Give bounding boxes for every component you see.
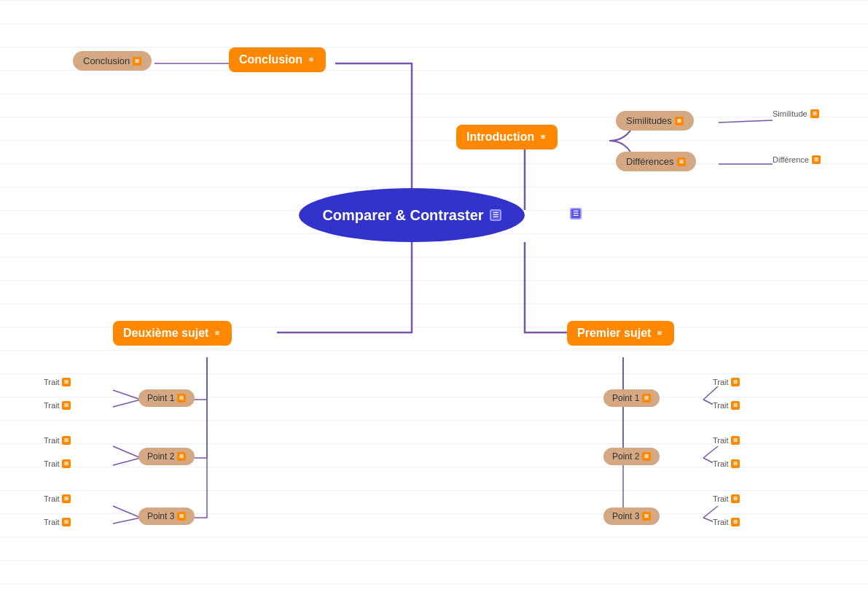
- left-point1-node[interactable]: Point 1 ⊞: [138, 389, 195, 407]
- difference-small-label: Différence: [773, 155, 809, 164]
- left-trait2b-icon[interactable]: ⊞: [62, 459, 71, 468]
- conclusion-small-label: Conclusion: [83, 55, 130, 66]
- similitude-small-icon[interactable]: ⊞: [810, 109, 819, 118]
- differences-label: Différences: [626, 156, 674, 167]
- right-point1-icon[interactable]: ⊞: [642, 394, 651, 402]
- right-trait3a-label: Trait: [713, 494, 729, 503]
- left-trait2a-icon[interactable]: ⊞: [62, 436, 71, 445]
- left-trait2b-node[interactable]: Trait ⊞: [44, 459, 71, 468]
- central-node[interactable]: Comparer & Contraster ☰: [299, 188, 525, 242]
- deuxieme-sujet-icon[interactable]: ⊞: [213, 329, 222, 338]
- premier-sujet-node[interactable]: Premier sujet ⊞: [567, 321, 674, 346]
- left-point3-node[interactable]: Point 3 ⊞: [138, 508, 195, 525]
- left-trait3a-node[interactable]: Trait ⊞: [44, 494, 71, 503]
- right-point3-icon[interactable]: ⊞: [642, 512, 651, 521]
- right-trait3a-node[interactable]: Trait ⊞: [713, 494, 740, 503]
- left-trait2a-label: Trait: [44, 436, 60, 445]
- right-trait1a-label: Trait: [713, 378, 729, 386]
- similitude-small-label: Similitude: [773, 109, 808, 118]
- similitude-small-node[interactable]: Similitude ⊞: [773, 109, 819, 118]
- left-trait2a-node[interactable]: Trait ⊞: [44, 436, 71, 445]
- right-trait2b-icon[interactable]: ⊞: [731, 459, 740, 468]
- deuxieme-sujet-node[interactable]: Deuxième sujet ⊞: [113, 321, 232, 346]
- left-point1-label: Point 1: [147, 393, 174, 403]
- left-trait1a-icon[interactable]: ⊞: [62, 378, 71, 386]
- similitudes-label: Similitudes: [626, 115, 672, 126]
- introduction-node[interactable]: Introduction ⊞: [456, 125, 558, 149]
- introduction-icon[interactable]: ⊞: [539, 133, 547, 141]
- left-trait3b-node[interactable]: Trait ⊞: [44, 518, 71, 526]
- right-trait2a-icon[interactable]: ⊞: [731, 436, 740, 445]
- right-trait3b-node[interactable]: Trait ⊞: [713, 518, 740, 526]
- difference-small-icon[interactable]: ⊞: [812, 155, 821, 164]
- differences-node[interactable]: Différences ⊞: [616, 152, 696, 171]
- deuxieme-sujet-label: Deuxième sujet: [123, 327, 208, 340]
- left-trait3a-label: Trait: [44, 494, 60, 503]
- similitudes-icon[interactable]: ⊞: [675, 117, 684, 125]
- conclusion-main-label: Conclusion: [239, 53, 302, 66]
- right-trait1a-icon[interactable]: ⊞: [731, 378, 740, 386]
- right-point2-label: Point 2: [612, 451, 639, 462]
- right-trait1b-node[interactable]: Trait ⊞: [713, 401, 740, 410]
- right-trait3a-icon[interactable]: ⊞: [731, 494, 740, 503]
- mindmap-canvas: Comparer & Contraster ☰ Conclusion ⊞ Con…: [0, 0, 868, 595]
- left-point3-label: Point 3: [147, 511, 174, 521]
- left-point2-label: Point 2: [147, 451, 174, 462]
- left-point2-node[interactable]: Point 2 ⊞: [138, 448, 195, 465]
- left-trait1b-label: Trait: [44, 401, 60, 410]
- difference-small-node[interactable]: Différence ⊞: [773, 155, 821, 164]
- right-trait3b-icon[interactable]: ⊞: [731, 518, 740, 526]
- left-trait1a-label: Trait: [44, 378, 60, 386]
- left-trait3b-label: Trait: [44, 518, 60, 526]
- right-trait3b-label: Trait: [713, 518, 729, 526]
- right-point1-label: Point 1: [612, 393, 639, 403]
- left-trait1a-node[interactable]: Trait ⊞: [44, 378, 71, 386]
- premier-sujet-label: Premier sujet: [577, 327, 651, 340]
- right-trait1b-label: Trait: [713, 401, 729, 410]
- left-trait3b-icon[interactable]: ⊞: [62, 518, 71, 526]
- right-trait2a-label: Trait: [713, 436, 729, 445]
- introduction-label: Introduction: [466, 131, 534, 144]
- central-icon[interactable]: ☰: [490, 209, 501, 221]
- central-node-icon[interactable]: ☰: [570, 206, 582, 219]
- right-trait2b-label: Trait: [713, 459, 729, 468]
- right-trait1b-icon[interactable]: ⊞: [731, 401, 740, 410]
- right-trait2a-node[interactable]: Trait ⊞: [713, 436, 740, 445]
- right-trait1a-node[interactable]: Trait ⊞: [713, 378, 740, 386]
- right-point3-label: Point 3: [612, 511, 639, 521]
- right-point2-node[interactable]: Point 2 ⊞: [603, 448, 660, 465]
- conclusion-small-node[interactable]: Conclusion ⊞: [73, 51, 152, 71]
- right-point2-icon[interactable]: ⊞: [642, 452, 651, 461]
- left-trait1b-icon[interactable]: ⊞: [62, 401, 71, 410]
- right-trait2b-node[interactable]: Trait ⊞: [713, 459, 740, 468]
- right-point3-node[interactable]: Point 3 ⊞: [603, 508, 660, 525]
- conclusion-main-icon[interactable]: ⊞: [307, 55, 316, 64]
- connections-svg: [0, 0, 868, 595]
- left-trait1b-node[interactable]: Trait ⊞: [44, 401, 71, 410]
- similitudes-node[interactable]: Similitudes ⊞: [616, 111, 694, 131]
- right-point1-node[interactable]: Point 1 ⊞: [603, 389, 660, 407]
- premier-sujet-icon[interactable]: ⊞: [655, 329, 664, 338]
- conclusion-main-node[interactable]: Conclusion ⊞: [229, 47, 326, 72]
- differences-icon[interactable]: ⊞: [677, 158, 686, 166]
- left-point1-icon[interactable]: ⊞: [177, 394, 186, 402]
- left-trait2b-label: Trait: [44, 459, 60, 468]
- left-point3-icon[interactable]: ⊞: [177, 512, 186, 521]
- left-point2-icon[interactable]: ⊞: [177, 452, 186, 461]
- central-label: Comparer & Contraster: [322, 207, 483, 224]
- left-trait3a-icon[interactable]: ⊞: [62, 494, 71, 503]
- conclusion-small-icon[interactable]: ⊞: [133, 57, 141, 66]
